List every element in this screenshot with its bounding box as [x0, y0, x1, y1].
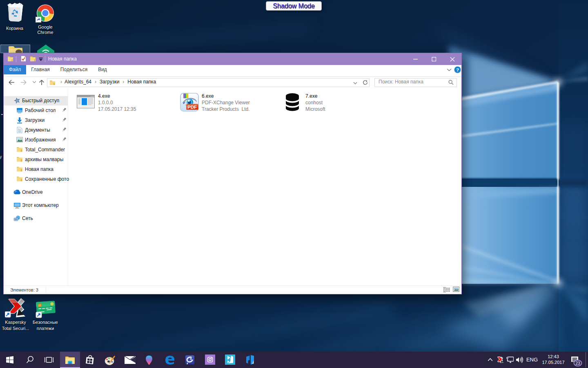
svg-text:23: 23: [575, 361, 580, 366]
svg-text:?: ?: [456, 67, 459, 72]
svg-text:PDF: PDF: [187, 105, 197, 110]
